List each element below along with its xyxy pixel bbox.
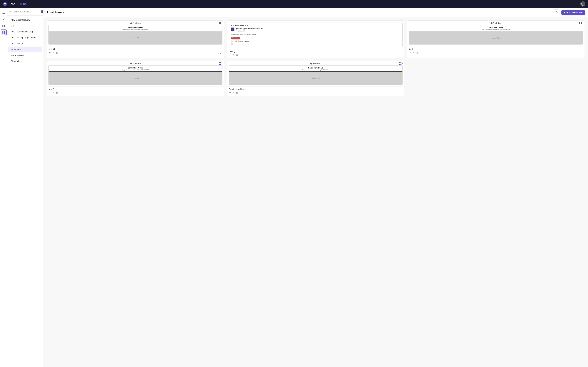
icon-sidebar: [0, 8, 7, 367]
stat-num-1: 3: [234, 41, 234, 42]
brand-diamond-icon: [130, 22, 132, 24]
email-preview-image: 600 x 400: [229, 72, 403, 85]
rating-row: 1,6 ★★☆☆☆: [236, 31, 263, 33]
sidebar-nav-tools[interactable]: [1, 17, 7, 22]
email-preview: Email Hero News The publisher's email te…: [48, 25, 223, 45]
preview-icon[interactable]: 👁: [409, 51, 411, 54]
template-name: testing: [229, 50, 402, 53]
template-name: Email Hero News: [229, 88, 402, 91]
svg-rect-4: [2, 13, 5, 14]
template-footer-test2: test 2 👁 ✎ ▦ ⋮: [47, 86, 224, 96]
company-location: Eschborn, DE: [236, 29, 263, 31]
copy-icon[interactable]: ▦: [236, 92, 238, 94]
new-template-button[interactable]: + NEW TEMPLATE: [562, 10, 585, 15]
email-preview: Email Hero News The publisher's email te…: [229, 65, 403, 85]
template-action-icons: 👁 ✎ ▦: [49, 51, 58, 54]
template-card-test21: Email Hero Email Hero News The publisher…: [47, 20, 224, 58]
review-cta-button[interactable]: Jetzt lesen: [231, 37, 240, 39]
edit-icon[interactable]: ✎: [413, 51, 415, 54]
edit-icon[interactable]: ✎: [233, 92, 235, 94]
header-search-button[interactable]: [554, 9, 560, 15]
template-brand-badge: Email Hero: [48, 63, 223, 64]
email-preview-header: Email Hero News The publisher's email te…: [49, 66, 222, 72]
email-preview-title: Email Hero News: [51, 26, 220, 28]
brand-item-email-hero[interactable]: Email Hero: [8, 47, 42, 52]
stat-row-2: 1 Neue Kulturbewertung: [231, 43, 401, 45]
search-input[interactable]: [12, 10, 40, 13]
svg-rect-10: [4, 31, 5, 32]
email-preview-image: 600 x 400: [49, 72, 222, 85]
preview-icon[interactable]: 👁: [229, 54, 231, 56]
svg-rect-2: [2, 12, 5, 12]
brand-badge-label: Email Hero: [133, 63, 141, 64]
stat-label-1: Neue Gehaltsangaben: [235, 41, 249, 42]
svg-rect-5: [2, 25, 3, 26]
svg-rect-18: [220, 24, 221, 25]
brand-diamond-icon: [310, 62, 312, 65]
brand-item-abm-automation[interactable]: ABM - Automation Mag: [8, 29, 42, 34]
template-actions: 👁 ✎ ▦ ⋮: [229, 92, 402, 94]
more-options-button[interactable]: ⋮: [399, 92, 402, 94]
template-actions: 👁 ✎ ▦ ⋮: [229, 54, 402, 57]
more-options-button[interactable]: ⋮: [579, 51, 583, 54]
copy-icon[interactable]: ▦: [56, 51, 58, 54]
brand-diamond-icon: [490, 22, 493, 24]
review-badge: [247, 25, 248, 26]
review-company-row: R Randstad Deutschland GmbH & Co KG Esch…: [231, 27, 401, 33]
edit-icon[interactable]: ✎: [52, 51, 54, 54]
preview-icon[interactable]: 👁: [49, 92, 51, 94]
brand-item-abm-wings[interactable]: ABM - Wings: [8, 41, 42, 46]
template-action-icons: 👁 ✎ ▦: [409, 51, 418, 54]
brand-item-inbox-monster[interactable]: Inbox Monster: [8, 52, 42, 58]
brand-list: ABM Super Security test ABM - Automation…: [7, 16, 43, 66]
template-brand-badge: Email Hero: [48, 22, 223, 24]
more-options-button[interactable]: ⋮: [219, 51, 222, 54]
svg-rect-12: [4, 32, 5, 33]
svg-rect-19: [579, 22, 580, 23]
svg-rect-30: [400, 64, 401, 65]
svg-rect-11: [2, 32, 3, 33]
email-preview-header: Email Hero News The publisher's email te…: [49, 25, 222, 31]
template-preview-emailheronews: Email Hero Email Hero News The publisher…: [227, 61, 404, 86]
brand-badge-label: Email Hero: [313, 63, 321, 64]
svg-rect-22: [581, 24, 582, 25]
add-brand-button[interactable]: +: [41, 10, 43, 13]
preview-icon[interactable]: 👁: [49, 51, 51, 54]
template-preview-test2: Email Hero Email Hero News The publisher…: [47, 61, 224, 86]
email-preview-subtitle: The publisher's email templating SUPERHE…: [51, 69, 220, 71]
content-header: Email Hero ▾ + NEW TEMPLATE: [43, 8, 588, 17]
svg-rect-17: [219, 24, 220, 25]
user-avatar[interactable]: ◯: [580, 1, 585, 7]
template-preview-testing: Neue Bewertungen R Randstad Deutschland …: [227, 21, 404, 49]
sidebar-nav-list[interactable]: [1, 10, 7, 16]
company-logo: R: [231, 27, 234, 31]
edit-icon[interactable]: ✎: [233, 54, 235, 56]
svg-rect-3: [2, 13, 5, 13]
copy-icon[interactable]: ▦: [56, 92, 58, 94]
brand-item-test[interactable]: test: [8, 23, 42, 29]
svg-rect-27: [399, 62, 400, 63]
preview-icon[interactable]: 👁: [229, 92, 231, 94]
svg-rect-16: [220, 22, 221, 23]
more-options-button[interactable]: ⋮: [399, 54, 402, 57]
template-action-icons: 👁 ✎ ▦: [229, 54, 238, 56]
more-options-button[interactable]: ⋮: [219, 92, 222, 94]
copy-icon[interactable]: ▦: [416, 51, 418, 54]
email-preview-subtitle: The publisher's email templating SUPERHE…: [231, 69, 401, 71]
email-preview-title: Email Hero News: [231, 67, 401, 69]
template-preview-asdf: Email Hero Email Hero News The publisher…: [407, 21, 585, 46]
edit-icon[interactable]: ✎: [52, 92, 54, 94]
brand-item-abm-super-security[interactable]: ABM Super Security: [8, 17, 42, 23]
review-quote: "Ich bin mega unzufrieden! Nicht profess…: [231, 33, 401, 35]
svg-rect-7: [2, 26, 3, 27]
svg-line-14: [557, 13, 558, 14]
brand-title-dropdown[interactable]: Email Hero ▾: [47, 11, 64, 14]
brand-item-chamaileon[interactable]: Chamaileon: [8, 58, 42, 64]
svg-rect-20: [581, 22, 582, 23]
sidebar-nav-grid[interactable]: [1, 23, 7, 29]
copy-icon[interactable]: ▦: [236, 54, 238, 56]
template-footer-testing: testing 👁 ✎ ▦ ⋮: [227, 49, 404, 58]
brand-item-abm-design[interactable]: ABM - Design Engineering: [8, 35, 42, 41]
template-footer-emailheronews: Email Hero News 👁 ✎ ▦ ⋮: [227, 86, 404, 96]
sidebar-nav-templates[interactable]: [1, 30, 7, 35]
